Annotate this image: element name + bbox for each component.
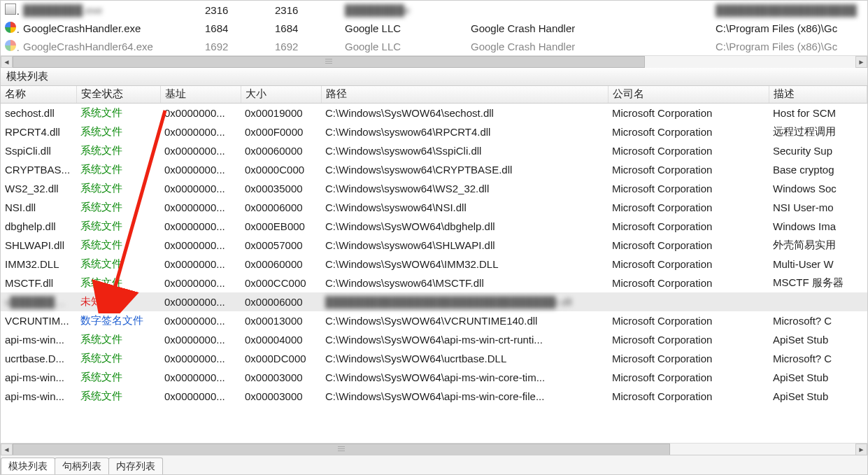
module-status: 系统文件 — [76, 179, 160, 198]
module-row[interactable]: VCRUNTIM...数字签名文件0x0000000...0x00013000C… — [1, 311, 867, 330]
module-path: C:\Windows\SysWOW64\IMM32.DLL — [321, 255, 608, 274]
process-icon — [1, 19, 19, 37]
col-header-size[interactable]: 大小 — [241, 86, 321, 103]
scroll-left-icon[interactable]: ◄ — [1, 444, 13, 455]
module-row[interactable]: IMM32.DLL系统文件0x0000000...0x00060000C:\Wi… — [1, 255, 867, 274]
module-status: 系统文件 — [76, 160, 160, 179]
module-size: 0x00019000 — [241, 104, 321, 122]
scroll-left-icon[interactable]: ◄ — [1, 56, 13, 68]
col-header-desc[interactable]: 描述 — [769, 86, 867, 103]
module-hscrollbar[interactable]: ◄ ► — [1, 443, 867, 455]
module-size: 0x000EB000 — [241, 217, 321, 236]
module-company: Microsoft Corporation — [608, 274, 769, 292]
col-header-base[interactable]: 基址 — [160, 86, 241, 103]
module-name: IMM32.DLL — [1, 255, 76, 274]
module-path: C:\Windows\syswow64\SHLWAPI.dll — [321, 236, 608, 255]
scroll-right-icon[interactable]: ► — [855, 444, 867, 455]
module-desc: 外壳简易实用 — [769, 236, 867, 255]
process-name: ████████.exe — [19, 1, 201, 19]
module-company: Microsoft Corporation — [608, 311, 769, 330]
module-row[interactable]: sechost.dll系统文件0x0000000...0x00019000C:\… — [1, 104, 867, 122]
process-ppid: 1684 — [271, 19, 341, 37]
module-row[interactable]: v███████....未知文件0x0000000...0x00006000██… — [1, 292, 867, 311]
module-name: v███████.... — [1, 292, 76, 311]
module-name: VCRUNTIM... — [1, 311, 76, 330]
module-name: SspiCli.dll — [1, 141, 76, 160]
process-row[interactable]: GoogleCrashHandler.exe16841684Google LLC… — [1, 19, 867, 37]
module-company — [608, 292, 769, 311]
tab-memory[interactable]: 内存列表 — [108, 458, 163, 474]
module-desc — [769, 292, 867, 311]
module-status: 系统文件 — [76, 122, 160, 141]
module-company: Microsoft Corporation — [608, 217, 769, 236]
module-desc: Windows Ima — [769, 217, 867, 236]
module-path: ███████████████████████████████r.dll — [321, 292, 608, 311]
module-company: Microsoft Corporation — [608, 368, 769, 387]
module-base: 0x0000000... — [160, 330, 241, 349]
module-row[interactable]: CRYPTBAS...系统文件0x0000000...0x0000C000C:\… — [1, 160, 867, 179]
process-hscrollbar[interactable]: ◄ ► — [1, 55, 867, 67]
scroll-right-icon[interactable]: ► — [855, 56, 867, 68]
bottom-tabs: 模块列表 句柄列表 内存列表 — [1, 455, 867, 474]
col-header-path[interactable]: 路径 — [321, 86, 608, 103]
col-header-status[interactable]: 安全状态 — [76, 86, 160, 103]
module-base: 0x0000000... — [160, 292, 241, 311]
module-row[interactable]: api-ms-win...系统文件0x0000000...0x00003000C… — [1, 368, 867, 387]
process-pid: 1692 — [201, 37, 271, 55]
module-desc: Windows Soc — [769, 179, 867, 198]
module-status: 未知文件 — [76, 292, 160, 311]
module-desc: 远程过程调用 — [769, 122, 867, 141]
module-name: CRYPTBAS... — [1, 160, 76, 179]
module-column-headers[interactable]: 名称 安全状态 基址 大小 路径 公司名 描述 — [1, 86, 867, 103]
module-row[interactable]: api-ms-win...系统文件0x0000000...0x00003000C… — [1, 387, 867, 406]
tab-modules[interactable]: 模块列表 — [1, 458, 55, 474]
module-row[interactable]: SspiCli.dll系统文件0x0000000...0x00060000C:\… — [1, 141, 867, 160]
module-row[interactable]: MSCTF.dll系统文件0x0000000...0x000CC000C:\Wi… — [1, 274, 867, 292]
module-row[interactable]: WS2_32.dll系统文件0x0000000...0x00035000C:\W… — [1, 179, 867, 198]
module-company: Microsoft Corporation — [608, 330, 769, 349]
process-row[interactable]: GoogleCrashHandler64.exe16921692Google L… — [1, 37, 867, 55]
process-company: Google LLC — [341, 37, 467, 55]
module-row[interactable]: NSI.dll系统文件0x0000000...0x00006000C:\Wind… — [1, 198, 867, 217]
module-status: 系统文件 — [76, 217, 160, 236]
module-table[interactable]: sechost.dll系统文件0x0000000...0x00019000C:\… — [1, 104, 867, 406]
module-base: 0x0000000... — [160, 198, 241, 217]
process-path: C:\Program Files (x86)\Gc — [711, 37, 867, 55]
module-path: C:\Windows\syswow64\SspiCli.dll — [321, 141, 608, 160]
module-base: 0x0000000... — [160, 311, 241, 330]
module-name: NSI.dll — [1, 198, 76, 217]
module-status: 系统文件 — [76, 198, 160, 217]
module-status: 系统文件 — [76, 368, 160, 387]
module-company: Microsoft Corporation — [608, 179, 769, 198]
module-base: 0x0000000... — [160, 236, 241, 255]
module-path: C:\Windows\SysWOW64\api-ms-win-core-tim.… — [321, 368, 608, 387]
module-name: api-ms-win... — [1, 387, 76, 406]
module-name: MSCTF.dll — [1, 274, 76, 292]
module-row[interactable]: SHLWAPI.dll系统文件0x0000000...0x00057000C:\… — [1, 236, 867, 255]
col-header-company[interactable]: 公司名 — [608, 86, 769, 103]
module-name: RPCRT4.dll — [1, 122, 76, 141]
module-row[interactable]: dbghelp.dll系统文件0x0000000...0x000EB000C:\… — [1, 217, 867, 236]
module-status: 系统文件 — [76, 104, 160, 122]
tab-handles[interactable]: 句柄列表 — [55, 458, 109, 474]
module-company: Microsoft Corporation — [608, 349, 769, 368]
module-company: Microsoft Corporation — [608, 160, 769, 179]
process-ppid: 1692 — [271, 37, 341, 55]
process-ppid: 2316 — [271, 1, 341, 19]
module-name: dbghelp.dll — [1, 217, 76, 236]
process-table[interactable]: ████████.exe23162316████████e███████████… — [1, 1, 867, 55]
module-desc: ApiSet Stub — [769, 387, 867, 406]
module-base: 0x0000000... — [160, 160, 241, 179]
module-name: api-ms-win... — [1, 330, 76, 349]
process-desc: Google Crash Handler — [467, 37, 711, 55]
module-company: Microsoft Corporation — [608, 255, 769, 274]
module-path: C:\Windows\syswow64\CRYPTBASE.dll — [321, 160, 608, 179]
module-row[interactable]: ucrtbase.D...系统文件0x0000000...0x000DC000C… — [1, 349, 867, 368]
module-size: 0x00013000 — [241, 311, 321, 330]
module-size: 0x000F0000 — [241, 122, 321, 141]
module-company: Microsoft Corporation — [608, 198, 769, 217]
module-row[interactable]: api-ms-win...系统文件0x0000000...0x00004000C… — [1, 330, 867, 349]
process-row[interactable]: ████████.exe23162316████████e███████████… — [1, 1, 867, 19]
module-row[interactable]: RPCRT4.dll系统文件0x0000000...0x000F0000C:\W… — [1, 122, 867, 141]
col-header-name[interactable]: 名称 — [1, 86, 76, 103]
